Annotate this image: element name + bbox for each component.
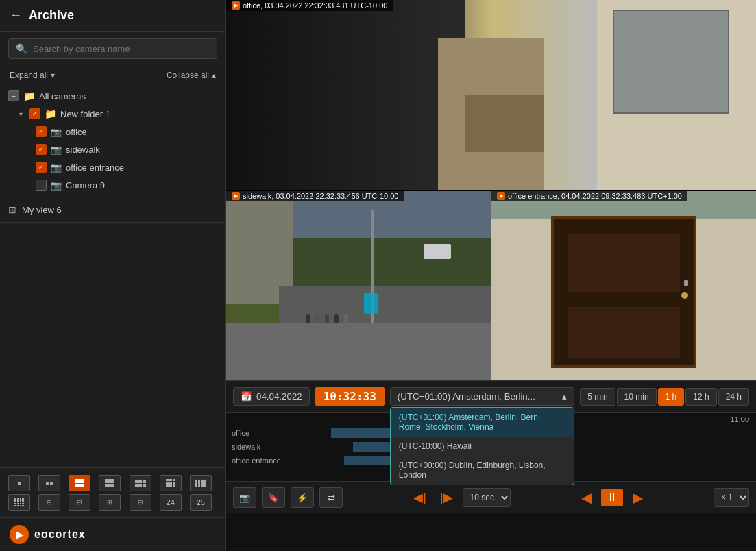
tree-item-office[interactable]: ✓ 📷 office	[0, 123, 225, 140]
date-label: 04.04.2022	[256, 391, 302, 402]
layout-grid-row2: ⊞ ⊟ ⊞ ⊟ 24 25	[8, 494, 217, 511]
folder-icon: 📁	[45, 108, 56, 119]
chevron-down-icon: ▾	[19, 110, 23, 118]
view-layouts: ⊞ ⊟ ⊞ ⊟ 24 25	[0, 467, 225, 517]
layout-button-r2-2[interactable]: ⊞	[38, 494, 60, 511]
my-view-item[interactable]: ⊞ My view 6	[0, 200, 225, 219]
expand-collapse-row: Expand all ▾ Collapse all ▴	[0, 66, 225, 84]
layout-button-2x3[interactable]	[130, 475, 151, 491]
logo-icon: ▶	[10, 525, 29, 544]
snapshot-button[interactable]: 📷	[233, 487, 256, 508]
step-back-button[interactable]: ◀|	[409, 489, 430, 506]
video-cell-sidewalk[interactable]: sidewalk, 03.04.2022 22:32:33.456 UTC-10…	[226, 191, 491, 380]
office-label: office	[66, 127, 87, 137]
export-button[interactable]: ⚡	[291, 487, 314, 508]
time-range-5min[interactable]: 5 min	[580, 388, 615, 406]
layout-button-1x2[interactable]	[38, 475, 60, 491]
camera-icon: 📷	[51, 145, 62, 155]
controls-bar: 📅 04.04.2022 10:32:33 (UTC+01:00) Amster…	[226, 381, 756, 413]
share-button[interactable]: ⇄	[319, 487, 343, 508]
tree-item-all-cameras[interactable]: – 📁 All cameras	[0, 87, 225, 105]
date-button[interactable]: 📅 04.04.2022	[233, 387, 310, 406]
layout-button-r2-4[interactable]: ⊞	[99, 494, 121, 511]
timezone-option-utc-10[interactable]: (UTC-10:00) Hawaii	[391, 437, 574, 456]
layout-button-1x1[interactable]	[8, 475, 30, 491]
time-range-24h[interactable]: 24 h	[718, 388, 749, 406]
timezone-dropdown: (UTC+01:00) Amsterdam, Berlin, Bern, Rom…	[390, 407, 574, 485]
share-icon: ⇄	[328, 493, 335, 503]
layout-button-3x4[interactable]	[190, 475, 212, 491]
folder-icon: 📁	[23, 90, 35, 101]
bookmark-icon: 🔖	[268, 493, 279, 503]
camera-snapshot-icon: 📷	[239, 493, 250, 503]
calendar-icon: 📅	[241, 391, 252, 402]
layout-button-num24[interactable]: 24	[160, 494, 182, 511]
layout-num25-label: 25	[197, 498, 205, 506]
timezone-option-utc0[interactable]: (UTC+00:00) Dublin, Edinburgh, Lisbon, L…	[391, 456, 574, 485]
step-select[interactable]: 10 sec	[463, 488, 511, 507]
checkbox-office-entrance[interactable]: ✓	[36, 162, 47, 173]
archive-title: Archive	[29, 8, 74, 23]
tree-item-sidewalk[interactable]: ✓ 📷 sidewalk	[0, 140, 225, 158]
camera9-label: Camera 9	[66, 180, 105, 191]
my-view-label: My view 6	[22, 205, 62, 215]
time-range-12h[interactable]: 12 h	[685, 388, 716, 406]
pause-icon: ⏸	[607, 491, 618, 503]
layout-button-2x2-special[interactable]	[69, 475, 90, 491]
main-area: office, 03.04.2022 22:32:33.431 UTC-10:0…	[226, 0, 756, 551]
video-label-office: office, 03.04.2022 22:32:33.431 UTC-10:0…	[226, 0, 393, 11]
timeline-cam-label-office: office	[226, 426, 308, 440]
checkbox-camera9[interactable]	[36, 180, 47, 191]
office-entrance-label: office entrance	[66, 162, 124, 173]
back-button[interactable]: ←	[10, 8, 22, 23]
timeline-area: 📅 04.04.2022 10:32:33 (UTC+01:00) Amster…	[226, 380, 756, 513]
expand-all-button[interactable]: Expand all ▾	[10, 71, 55, 80]
play-forward-button[interactable]: ▶	[629, 488, 647, 507]
video-cell-office[interactable]: office, 03.04.2022 22:32:33.431 UTC-10:0…	[226, 0, 756, 190]
time-display: 10:32:33	[315, 387, 385, 406]
layout-button-2x2[interactable]	[99, 475, 121, 491]
camera-tree: – 📁 All cameras ▾ ✓ 📁 New folder 1 ✓ 📷 o…	[0, 84, 225, 467]
search-input-wrap: 🔍	[8, 38, 217, 59]
layout-button-r2-5[interactable]: ⊟	[130, 494, 151, 511]
search-input[interactable]	[33, 44, 210, 54]
video-cell-entrance[interactable]: office entrance, 04.04.2022 09:32:33.483…	[491, 191, 756, 380]
video-label-entrance: office entrance, 04.04.2022 09:32:33.483…	[491, 191, 687, 201]
play-indicator	[497, 192, 505, 200]
tree-item-office-entrance[interactable]: ✓ 📷 office entrance	[0, 158, 225, 176]
timezone-button[interactable]: (UTC+01:00) Amsterdam, Berlin... ▴	[390, 387, 574, 406]
checkbox-new-folder[interactable]: ✓	[29, 108, 40, 119]
speed-select[interactable]: × 1	[714, 488, 749, 507]
time-range-1h[interactable]: 1 h	[658, 388, 685, 406]
camera-icon: 📷	[51, 180, 62, 191]
checkbox-all-cameras[interactable]: –	[8, 90, 19, 101]
logo-text: eocortex	[34, 528, 86, 541]
tree-item-camera9[interactable]: 📷 Camera 9	[0, 176, 225, 194]
checkbox-sidewalk[interactable]: ✓	[36, 144, 47, 155]
layout-button-num25[interactable]: 25	[190, 494, 212, 511]
tree-item-new-folder-1[interactable]: ▾ ✓ 📁 New folder 1	[0, 105, 225, 123]
time-range-10min[interactable]: 10 min	[617, 388, 657, 406]
collapse-all-button[interactable]: Collapse all ▴	[167, 71, 216, 80]
timeline-camera-labels: office sidewalk office entrance	[226, 426, 308, 467]
layout-grid-row1	[8, 475, 217, 491]
chevron-up-icon: ▴	[212, 71, 216, 80]
timezone-option-utc1[interactable]: (UTC+01:00) Amsterdam, Berlin, Bern, Rom…	[391, 408, 574, 437]
layout-button-3x3[interactable]	[160, 475, 182, 491]
layout-button-r2-1[interactable]	[8, 494, 30, 511]
chevron-down-icon: ▾	[51, 71, 55, 80]
sidebar: ← Archive 🔍 Expand all ▾ Collapse all ▴ …	[0, 0, 226, 551]
rewind-button[interactable]: ◀	[577, 488, 596, 507]
pause-button[interactable]: ⏸	[601, 489, 623, 506]
checkbox-office[interactable]: ✓	[36, 126, 47, 137]
step-forward-button[interactable]: |▶	[436, 489, 457, 506]
video-label-sidewalk: sidewalk, 03.04.2022 22:32:33.456 UTC-10…	[226, 191, 404, 201]
bookmark-button[interactable]: 🔖	[262, 487, 285, 508]
search-icon: 🔍	[16, 43, 27, 54]
playback-controls: 📷 🔖 ⚡ ⇄ ◀| |▶ 10 sec ◀	[226, 481, 756, 513]
sidebar-header: ← Archive	[0, 0, 225, 32]
search-bar: 🔍	[0, 32, 225, 66]
sidewalk-label: sidewalk	[66, 145, 100, 155]
layout-button-r2-3[interactable]: ⊟	[69, 494, 90, 511]
camera-icon: 📷	[51, 162, 62, 173]
